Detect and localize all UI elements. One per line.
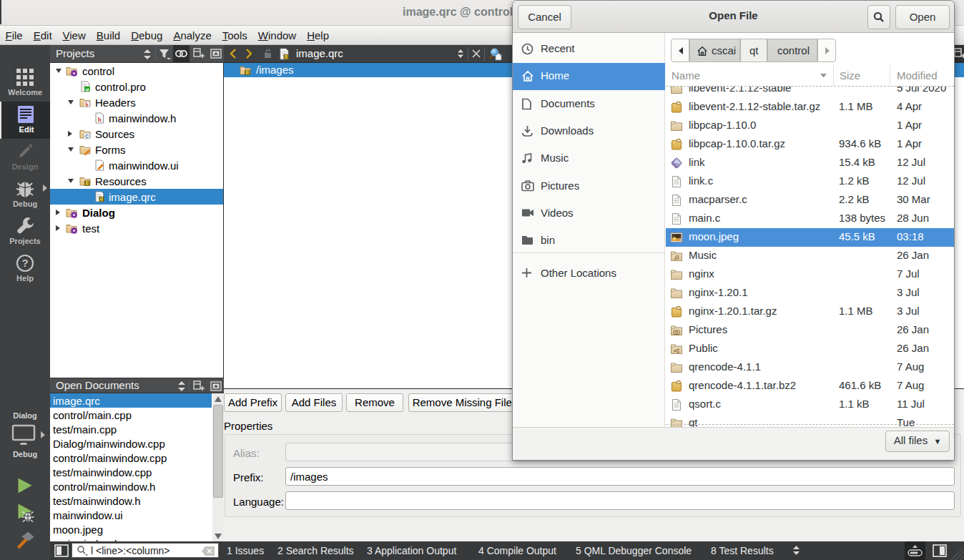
svg-text:h: h: [85, 102, 89, 108]
svg-text:C: C: [85, 134, 89, 139]
svg-text:?: ?: [21, 257, 28, 269]
svg-text:h: h: [98, 116, 102, 123]
svg-text:qt: qt: [85, 87, 89, 92]
